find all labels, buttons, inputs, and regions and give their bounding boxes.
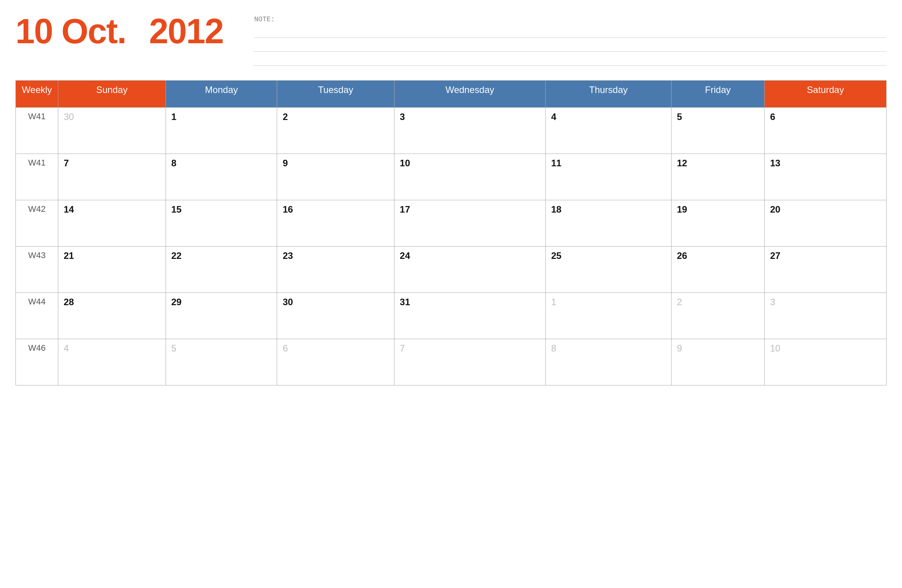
col-header-monday: Monday xyxy=(166,81,277,108)
page-header: 10 Oct. 2012 NOTE: xyxy=(15,12,887,69)
day-cell: 13 xyxy=(765,154,887,200)
day-cell: 4 xyxy=(58,339,166,385)
day-cell: 7 xyxy=(58,154,166,200)
note-line-2 xyxy=(254,41,887,52)
day-cell: 15 xyxy=(166,200,277,247)
day-cell: 25 xyxy=(545,247,671,293)
header-left: 10 Oct. 2012 xyxy=(15,12,223,51)
month-day: 10 Oct. xyxy=(15,12,126,51)
col-header-wednesday: Wednesday xyxy=(394,81,545,108)
day-cell: 16 xyxy=(277,200,394,247)
day-cell: 31 xyxy=(394,293,545,339)
week-label: W41 xyxy=(16,154,58,200)
day-cell: 27 xyxy=(765,247,887,293)
day-cell: 14 xyxy=(58,200,166,247)
day-cell: 3 xyxy=(765,293,887,339)
col-header-weekly: Weekly xyxy=(16,81,58,108)
year: 2012 xyxy=(149,12,223,51)
day-cell: 6 xyxy=(277,339,394,385)
day-cell: 7 xyxy=(394,339,545,385)
day-cell: 26 xyxy=(671,247,765,293)
note-line-1 xyxy=(254,27,887,38)
day-cell: 4 xyxy=(545,108,671,154)
day-cell: 30 xyxy=(277,293,394,339)
day-cell: 28 xyxy=(58,293,166,339)
day-cell: 1 xyxy=(166,108,277,154)
day-cell: 24 xyxy=(394,247,545,293)
day-cell: 12 xyxy=(671,154,765,200)
calendar-row: W4428293031123 xyxy=(16,293,887,339)
week-label: W43 xyxy=(16,247,58,293)
week-label: W41 xyxy=(16,108,58,154)
day-cell: 10 xyxy=(394,154,545,200)
calendar-row: W4214151617181920 xyxy=(16,200,887,247)
day-cell: 8 xyxy=(166,154,277,200)
day-cell: 11 xyxy=(545,154,671,200)
day-cell: 2 xyxy=(277,108,394,154)
calendar-row: W4130123456 xyxy=(16,108,887,154)
calendar-row: W4178910111213 xyxy=(16,154,887,200)
note-line-3 xyxy=(254,55,887,66)
col-header-tuesday: Tuesday xyxy=(277,81,394,108)
day-cell: 29 xyxy=(166,293,277,339)
note-label: NOTE: xyxy=(254,15,887,23)
calendar-table: Weekly Sunday Monday Tuesday Wednesday T… xyxy=(15,80,887,385)
week-label: W44 xyxy=(16,293,58,339)
calendar-row: W4645678910 xyxy=(16,339,887,385)
col-header-saturday: Saturday xyxy=(765,81,887,108)
day-cell: 18 xyxy=(545,200,671,247)
day-cell: 1 xyxy=(545,293,671,339)
day-cell: 3 xyxy=(394,108,545,154)
calendar-row: W4321222324252627 xyxy=(16,247,887,293)
note-section: NOTE: xyxy=(254,12,887,69)
day-cell: 9 xyxy=(671,339,765,385)
week-label: W46 xyxy=(16,339,58,385)
day-cell: 8 xyxy=(545,339,671,385)
day-cell: 6 xyxy=(765,108,887,154)
day-cell: 5 xyxy=(671,108,765,154)
day-cell: 21 xyxy=(58,247,166,293)
calendar-header-row: Weekly Sunday Monday Tuesday Wednesday T… xyxy=(16,81,887,108)
day-cell: 23 xyxy=(277,247,394,293)
day-cell: 10 xyxy=(765,339,887,385)
col-header-thursday: Thursday xyxy=(545,81,671,108)
day-cell: 9 xyxy=(277,154,394,200)
day-cell: 2 xyxy=(671,293,765,339)
day-cell: 22 xyxy=(166,247,277,293)
day-cell: 20 xyxy=(765,200,887,247)
day-cell: 30 xyxy=(58,108,166,154)
col-header-sunday: Sunday xyxy=(58,81,166,108)
day-cell: 19 xyxy=(671,200,765,247)
day-cell: 5 xyxy=(166,339,277,385)
day-cell: 17 xyxy=(394,200,545,247)
week-label: W42 xyxy=(16,200,58,247)
col-header-friday: Friday xyxy=(671,81,765,108)
